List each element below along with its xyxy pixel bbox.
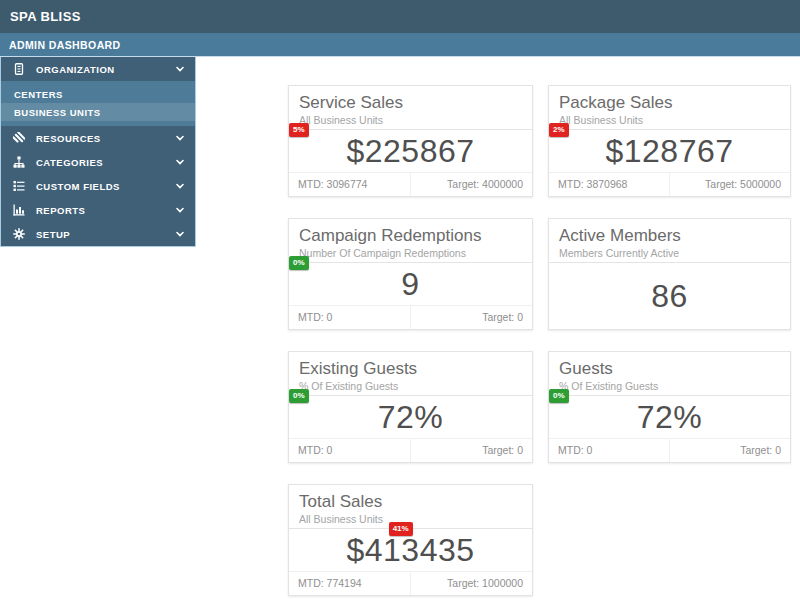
target-text: Target: 1000000 — [410, 572, 532, 595]
app-header: SPA BLISS — [0, 0, 800, 33]
mtd-text: MTD: 774194 — [289, 572, 410, 595]
card-divider: 0% — [549, 395, 790, 396]
percent-badge: 0% — [289, 256, 309, 270]
card-divider — [549, 262, 790, 263]
target-text: Target: 0 — [410, 439, 532, 462]
custom-fields-icon — [11, 180, 26, 192]
chevron-down-icon — [175, 181, 185, 191]
sidebar-item-custom-fields[interactable]: CUSTOM FIELDS — [1, 174, 195, 198]
page-header: ADMIN DASHBOARD — [0, 33, 800, 57]
kpi-card-guests: Guests % Of Existing Guests 0% 72% MTD: … — [548, 351, 791, 463]
kpi-card-package-sales: Package Sales All Business Units 2% $128… — [548, 85, 791, 197]
card-subtitle: % Of Existing Guests — [299, 380, 522, 392]
chevron-down-icon — [175, 205, 185, 215]
percent-badge: 0% — [549, 389, 569, 403]
card-title: Campaign Redemptions — [299, 226, 522, 246]
card-subtitle: Number Of Campaign Redemptions — [299, 247, 522, 259]
percent-badge: 41% — [389, 522, 413, 536]
kpi-card-existing-guests: Existing Guests % Of Existing Guests 0% … — [288, 351, 533, 463]
card-title: Service Sales — [299, 93, 522, 113]
kpi-card-total-sales: Total Sales All Business Units 41% $4134… — [288, 484, 533, 596]
kpi-card-campaign-redemptions: Campaign Redemptions Number Of Campaign … — [288, 218, 533, 330]
mtd-text: MTD: 0 — [549, 439, 669, 462]
sidebar-item-reports[interactable]: REPORTS — [1, 198, 195, 222]
card-footer: MTD: 0 Target: 0 — [549, 438, 790, 462]
sidebar-item-label: CUSTOM FIELDS — [36, 181, 175, 192]
chevron-down-icon — [175, 133, 185, 143]
sidebar-item-label: REPORTS — [36, 205, 175, 216]
target-text: Target: 4000000 — [410, 173, 532, 196]
target-text: Target: 5000000 — [669, 173, 790, 196]
card-subtitle: All Business Units — [559, 114, 780, 126]
card-title: Total Sales — [299, 492, 522, 512]
mtd-text: MTD: 0 — [289, 439, 410, 462]
resources-icon — [11, 132, 26, 144]
sidebar-item-label: RESOURCES — [36, 133, 175, 144]
kpi-card-service-sales: Service Sales All Business Units 5% $225… — [288, 85, 533, 197]
card-footer: MTD: 3096774 Target: 4000000 — [289, 172, 532, 196]
chevron-down-icon — [175, 157, 185, 167]
card-divider: 2% — [549, 129, 790, 130]
card-subtitle: % Of Existing Guests — [559, 380, 780, 392]
kpi-card-active-members: Active Members Members Currently Active … — [548, 218, 791, 330]
percent-badge: 5% — [289, 123, 309, 137]
sidebar-submenu-organization: CENTERS BUSINESS UNITS — [1, 81, 195, 126]
card-title: Guests — [559, 359, 780, 379]
sidebar-item-label: ORGANIZATION — [36, 64, 175, 75]
card-value: 72% — [289, 396, 532, 438]
kpi-card-grid: Service Sales All Business Units 5% $225… — [288, 85, 791, 596]
sidebar-item-business-units[interactable]: BUSINESS UNITS — [1, 103, 195, 121]
gear-icon — [11, 228, 26, 240]
mtd-text: MTD: 3870968 — [549, 173, 669, 196]
percent-badge: 0% — [289, 389, 309, 403]
sidebar-item-label: SETUP — [36, 229, 175, 240]
percent-badge: 2% — [549, 123, 569, 137]
card-footer: MTD: 0 Target: 0 — [289, 438, 532, 462]
sidebar-item-organization[interactable]: ORGANIZATION — [1, 57, 195, 81]
target-text: Target: 0 — [410, 306, 532, 329]
sidebar-item-setup[interactable]: SETUP — [1, 222, 195, 246]
sidebar-item-categories[interactable]: CATEGORIES — [1, 150, 195, 174]
sidebar-item-label: CATEGORIES — [36, 157, 175, 168]
card-footer: MTD: 774194 Target: 1000000 — [289, 571, 532, 595]
sidebar: ORGANIZATION CENTERS BUSINESS UNITS RESO… — [0, 57, 196, 247]
card-title: Active Members — [559, 226, 780, 246]
card-subtitle: All Business Units — [299, 114, 522, 126]
card-divider: 0% — [289, 262, 532, 263]
chevron-down-icon — [175, 229, 185, 239]
page-title: ADMIN DASHBOARD — [9, 39, 121, 51]
card-divider: 0% — [289, 395, 532, 396]
card-subtitle: Members Currently Active — [559, 247, 780, 259]
card-value: $128767 — [549, 130, 790, 172]
card-footer: MTD: 0 Target: 0 — [289, 305, 532, 329]
card-value: 9 — [289, 263, 532, 305]
categories-icon — [11, 156, 26, 168]
card-divider: 41% — [289, 528, 532, 529]
card-value: 86 — [549, 263, 790, 329]
card-title: Package Sales — [559, 93, 780, 113]
sidebar-item-centers[interactable]: CENTERS — [1, 85, 195, 103]
chevron-down-icon — [175, 64, 185, 74]
card-footer: MTD: 3870968 Target: 5000000 — [549, 172, 790, 196]
card-divider: 5% — [289, 129, 532, 130]
target-text: Target: 0 — [669, 439, 790, 462]
card-value: $225867 — [289, 130, 532, 172]
sidebar-item-resources[interactable]: RESOURCES — [1, 126, 195, 150]
app-title: SPA BLISS — [10, 9, 81, 24]
mtd-text: MTD: 0 — [289, 306, 410, 329]
card-value: 72% — [549, 396, 790, 438]
mtd-text: MTD: 3096774 — [289, 173, 410, 196]
organization-icon — [11, 63, 26, 75]
card-title: Existing Guests — [299, 359, 522, 379]
reports-icon — [11, 204, 26, 216]
